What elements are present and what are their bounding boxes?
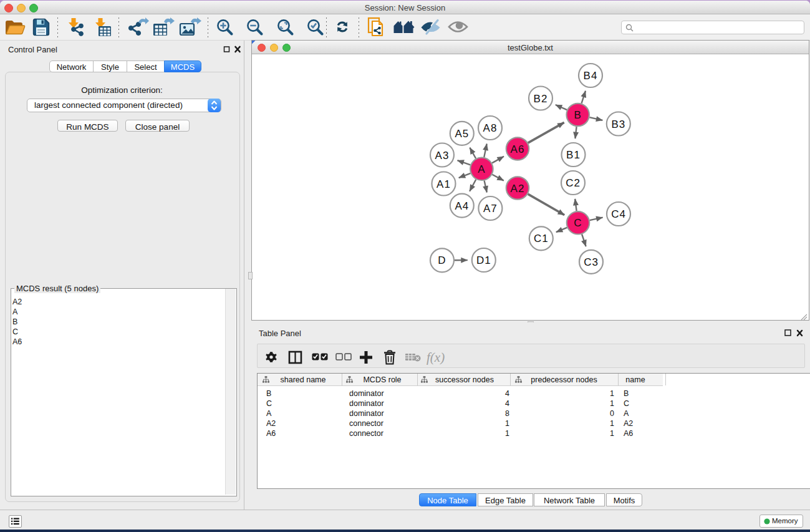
svg-text:B: B xyxy=(574,109,582,121)
svg-text:A: A xyxy=(478,163,485,175)
svg-text:A5: A5 xyxy=(455,128,469,140)
svg-text:A3: A3 xyxy=(435,150,450,162)
svg-text:D: D xyxy=(438,254,446,266)
svg-text:D1: D1 xyxy=(476,254,491,266)
svg-text:A7: A7 xyxy=(483,203,498,215)
svg-text:C: C xyxy=(574,217,582,229)
svg-text:A6: A6 xyxy=(511,143,525,155)
svg-text:C3: C3 xyxy=(584,256,599,268)
svg-text:A4: A4 xyxy=(455,200,469,212)
svg-text:B3: B3 xyxy=(611,118,625,130)
svg-text:B4: B4 xyxy=(584,70,598,82)
svg-text:C2: C2 xyxy=(566,177,581,189)
svg-text:B1: B1 xyxy=(566,149,581,161)
svg-text:B2: B2 xyxy=(534,93,548,105)
svg-text:A8: A8 xyxy=(483,122,498,134)
svg-text:A2: A2 xyxy=(511,183,525,195)
svg-text:A1: A1 xyxy=(436,178,451,190)
svg-text:C1: C1 xyxy=(534,233,549,244)
svg-text:C4: C4 xyxy=(611,208,626,220)
